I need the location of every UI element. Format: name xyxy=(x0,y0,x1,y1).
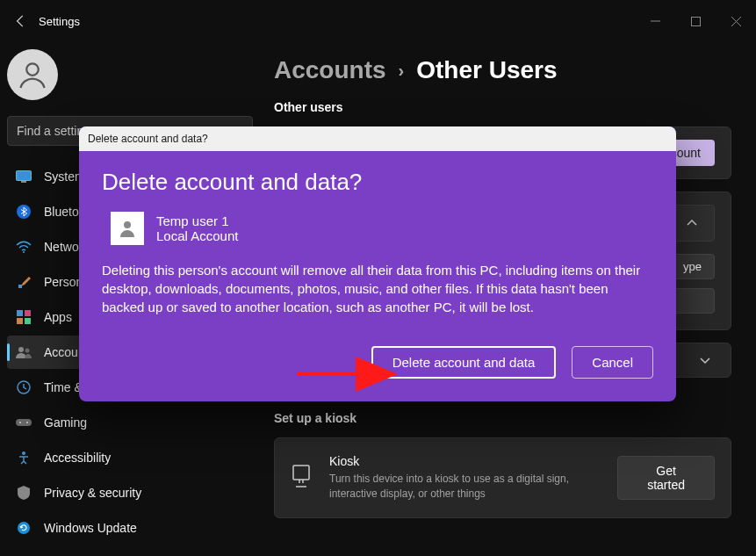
wifi-icon xyxy=(16,239,32,255)
nav-gaming[interactable]: Gaming xyxy=(7,406,253,439)
nav-windows-update[interactable]: Windows Update xyxy=(7,511,253,545)
shield-icon xyxy=(16,485,32,501)
person-icon xyxy=(17,59,48,90)
dialog-user-name: Temp user 1 xyxy=(156,213,238,228)
section-other-users: Other users xyxy=(274,100,731,114)
chevron-down-icon xyxy=(695,352,715,368)
svg-rect-5 xyxy=(17,171,32,181)
update-icon xyxy=(16,520,32,536)
apps-icon xyxy=(16,309,32,325)
arrow-left-icon xyxy=(15,15,27,27)
breadcrumb-parent[interactable]: Accounts xyxy=(274,56,386,84)
kiosk-icon xyxy=(291,464,312,492)
svg-point-21 xyxy=(18,522,30,534)
breadcrumb: Accounts › Other Users xyxy=(274,56,731,84)
back-button[interactable] xyxy=(7,7,35,35)
titlebar: Settings xyxy=(0,0,756,42)
section-kiosk: Set up a kiosk xyxy=(274,411,731,425)
svg-rect-17 xyxy=(16,419,32,426)
display-icon xyxy=(16,169,32,184)
cancel-button[interactable]: Cancel xyxy=(572,346,653,379)
svg-rect-9 xyxy=(18,285,22,288)
svg-rect-1 xyxy=(691,17,700,25)
delete-confirm-button[interactable]: Delete account and data xyxy=(371,346,557,379)
svg-rect-10 xyxy=(17,310,23,316)
kiosk-card: Kiosk Turn this device into a kiosk to u… xyxy=(274,437,731,518)
dialog-message: Deleting this person's account will remo… xyxy=(102,261,653,316)
svg-rect-12 xyxy=(17,318,23,324)
svg-point-19 xyxy=(26,422,28,423)
minimize-icon xyxy=(651,17,660,26)
bluetooth-icon xyxy=(16,204,32,220)
chevron-up-icon xyxy=(687,220,697,227)
kiosk-title: Kiosk xyxy=(329,454,600,468)
svg-point-18 xyxy=(19,422,21,423)
svg-rect-11 xyxy=(25,310,31,316)
svg-rect-6 xyxy=(21,181,26,183)
get-started-button[interactable]: Get started xyxy=(617,456,715,500)
nav-privacy[interactable]: Privacy & security xyxy=(7,476,253,509)
window-controls xyxy=(635,7,756,35)
accessibility-icon xyxy=(16,450,32,466)
dialog-heading: Delete account and data? xyxy=(102,169,653,196)
close-button[interactable] xyxy=(716,7,756,35)
nav-accessibility[interactable]: Accessibility xyxy=(7,441,253,474)
delete-account-dialog: Delete account and data? Delete account … xyxy=(79,126,676,401)
brush-icon xyxy=(16,274,32,290)
breadcrumb-current: Other Users xyxy=(416,56,557,84)
user-avatar[interactable] xyxy=(7,49,58,100)
dialog-user-avatar xyxy=(111,212,144,245)
svg-point-14 xyxy=(18,347,24,352)
chevron-right-icon: › xyxy=(399,61,405,81)
svg-point-4 xyxy=(26,63,39,76)
kiosk-desc: Turn this device into a kiosk to use as … xyxy=(329,472,600,502)
svg-rect-13 xyxy=(25,318,31,324)
dialog-titlebar: Delete account and data? xyxy=(79,126,676,151)
dialog-user-row: Temp user 1 Local Account xyxy=(111,212,653,245)
svg-point-23 xyxy=(124,221,131,228)
minimize-button[interactable] xyxy=(635,7,675,35)
app-title: Settings xyxy=(39,15,80,28)
svg-point-20 xyxy=(22,451,25,455)
svg-point-15 xyxy=(25,349,30,353)
clock-icon xyxy=(16,379,32,395)
accounts-icon xyxy=(16,344,32,360)
dialog-user-type: Local Account xyxy=(156,228,238,243)
maximize-icon xyxy=(691,17,701,26)
close-icon xyxy=(731,17,741,26)
maximize-button[interactable] xyxy=(675,7,716,35)
gaming-icon xyxy=(16,415,32,430)
person-icon xyxy=(117,218,138,239)
svg-point-8 xyxy=(23,251,25,253)
svg-rect-22 xyxy=(293,466,309,480)
